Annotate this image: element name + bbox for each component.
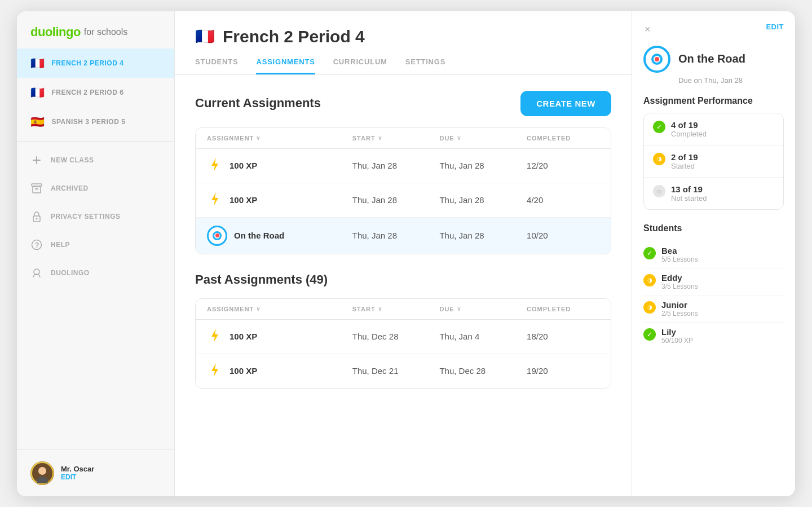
performance-card-started: ◑ 2 of 19 Started: [644, 146, 783, 178]
assignment-name: 100 XP: [230, 332, 257, 341]
flag-icon-spanish3period5: 🇪🇸: [30, 115, 45, 129]
due-date: Thu, Jan 28: [439, 161, 527, 170]
assignment-name: On the Road: [234, 231, 284, 240]
table-row[interactable]: On the Road Thu, Jan 28 Thu, Jan 28 10/2…: [196, 218, 611, 254]
due-sort-icon[interactable]: ∨: [457, 306, 461, 312]
compass-assignment-icon: [643, 46, 670, 73]
due-sort-icon[interactable]: ∨: [457, 135, 461, 141]
performance-cards: ✓ 4 of 19 Completed ◑ 2 of 19 Started ○ …: [643, 113, 784, 210]
flag-icon-french2period4: 🇫🇷: [30, 56, 45, 70]
performance-data: 13 of 19 Not started: [671, 184, 707, 202]
edit-panel-button[interactable]: EDIT: [766, 23, 784, 31]
assignment-cell: On the Road: [207, 226, 352, 246]
table-row[interactable]: 100 XP Thu, Jan 28 Thu, Jan 28 12/20: [196, 149, 611, 183]
assignment-cell: 100 XP: [207, 362, 352, 380]
not-started-label: Not started: [671, 194, 707, 202]
student-status-icon: ✓: [643, 328, 656, 341]
not-started-count: 13 of 19: [671, 184, 707, 194]
create-new-button[interactable]: CREATE NEW: [520, 91, 611, 116]
main-content-area: 🇫🇷 French 2 Period 4 STUDENTS ASSIGNMENT…: [175, 11, 632, 496]
header-start: START ∨: [352, 306, 440, 312]
right-panel-due-date: Due on Thu, Jan 28: [643, 76, 784, 85]
sidebar-item-french2period4[interactable]: 🇫🇷 FRENCH 2 PERIOD 4: [17, 49, 174, 78]
app-container: duolingo for schools 🇫🇷 FRENCH 2 PERIOD …: [17, 11, 795, 496]
svg-marker-15: [211, 329, 218, 342]
svg-point-11: [38, 467, 46, 475]
table-row[interactable]: 100 XP Thu, Dec 28 Thu, Jan 4 18/20: [196, 320, 611, 354]
student-info: Bea 5/5 Lessons: [661, 246, 698, 263]
header-assignment: ASSIGNMENT ∨: [207, 135, 352, 142]
tab-assignments[interactable]: ASSIGNMENTS: [256, 58, 315, 74]
tab-settings[interactable]: SETTINGS: [405, 58, 445, 74]
tab-students[interactable]: STUDENTS: [195, 58, 238, 74]
sidebar-duolingo[interactable]: DUOLINGO: [17, 259, 174, 287]
performance-data: 2 of 19 Started: [671, 152, 698, 170]
student-status-icon: ◑: [643, 274, 656, 286]
completed-label: Completed: [671, 130, 707, 138]
svg-point-6: [36, 218, 38, 219]
start-sort-icon[interactable]: ∨: [378, 306, 382, 312]
header-start: START ∨: [352, 135, 440, 142]
current-assignments-table: ASSIGNMENT ∨ START ∨ DUE ∨ COMPLETED: [195, 127, 611, 254]
svg-rect-2: [32, 184, 42, 186]
compass-inner: [651, 54, 663, 65]
student-item-eddy[interactable]: ◑ Eddy 3/5 Lessons: [643, 268, 784, 296]
page-title-row: 🇫🇷 French 2 Period 4: [195, 27, 611, 46]
close-panel-button[interactable]: ×: [643, 23, 652, 37]
sidebar-user-edit-button[interactable]: EDIT: [61, 473, 94, 481]
performance-card-completed: ✓ 4 of 19 Completed: [644, 113, 783, 146]
started-count: 2 of 19: [671, 152, 698, 162]
xp-bolt-icon: [207, 157, 223, 175]
tab-curriculum[interactable]: CURRICULUM: [333, 58, 387, 74]
table-row[interactable]: 100 XP Thu, Jan 28 Thu, Jan 28 4/20: [196, 183, 611, 218]
header-due: DUE ∨: [439, 135, 527, 142]
table-row[interactable]: 100 XP Thu, Dec 21 Thu, Dec 28 19/20: [196, 354, 611, 388]
new-class-label: NEW CLASS: [51, 156, 94, 164]
flag-icon-french2period6: 🇫🇷: [30, 86, 45, 99]
lock-icon: [30, 210, 43, 223]
completed-count: 12/20: [527, 161, 599, 170]
svg-marker-13: [211, 158, 218, 171]
start-date: Thu, Dec 21: [352, 366, 440, 376]
svg-rect-1: [33, 160, 41, 161]
sidebar-item-french2period6[interactable]: 🇫🇷 FRENCH 2 PERIOD 6: [17, 78, 174, 107]
due-date: Thu, Jan 4: [439, 332, 527, 341]
duolingo-label: DUOLINGO: [51, 269, 90, 277]
right-panel-top: × EDIT: [643, 23, 784, 37]
not-started-status-icon: ○: [653, 185, 665, 197]
help-label: HELP: [51, 241, 70, 249]
xp-bolt-icon: [207, 191, 223, 209]
assignment-sort-icon[interactable]: ∨: [256, 306, 261, 312]
due-date: Thu, Jan 28: [439, 231, 527, 240]
assignment-cell: 100 XP: [207, 328, 352, 346]
sidebar-help[interactable]: ? HELP: [17, 231, 174, 259]
start-date: Thu, Dec 28: [352, 332, 440, 341]
assignment-sort-icon[interactable]: ∨: [256, 135, 261, 141]
student-item-junior[interactable]: ◑ Junior 2/5 Lessons: [643, 296, 784, 323]
student-status-icon: ◑: [643, 301, 656, 314]
right-panel-assignment-info: On the Road: [643, 46, 784, 73]
assignment-cell: 100 XP: [207, 191, 352, 209]
sidebar-privacy-settings[interactable]: PRIVACY SETTINGS: [17, 202, 174, 231]
header-completed: COMPLETED: [527, 135, 599, 142]
page-flag-icon: 🇫🇷: [195, 27, 215, 46]
svg-rect-3: [33, 187, 41, 193]
sidebar-item-spanish3period5[interactable]: 🇪🇸 SPANISH 3 PERIOD 5: [17, 107, 174, 136]
student-item-bea[interactable]: ✓ Bea 5/5 Lessons: [643, 241, 784, 268]
due-date: Thu, Dec 28: [439, 366, 527, 376]
avatar-image: [30, 461, 54, 485]
page-title: French 2 Period 4: [223, 27, 365, 46]
sidebar: duolingo for schools 🇫🇷 FRENCH 2 PERIOD …: [17, 11, 175, 496]
sidebar-new-class[interactable]: NEW CLASS: [17, 146, 174, 174]
student-item-lily[interactable]: ✓ Lily 50/100 XP: [643, 323, 784, 349]
student-name: Junior: [661, 300, 698, 310]
start-sort-icon[interactable]: ∨: [378, 135, 382, 141]
completed-status-icon: ✓: [653, 121, 665, 133]
sidebar-user-info: Mr. Oscar EDIT: [61, 465, 94, 481]
student-progress: 2/5 Lessons: [661, 310, 698, 318]
xp-bolt-icon: [207, 328, 223, 346]
header-due: DUE ∨: [439, 306, 527, 312]
student-info: Lily 50/100 XP: [661, 327, 693, 345]
sidebar-archived[interactable]: ARCHIVED: [17, 174, 174, 202]
start-date: Thu, Jan 28: [352, 195, 440, 205]
